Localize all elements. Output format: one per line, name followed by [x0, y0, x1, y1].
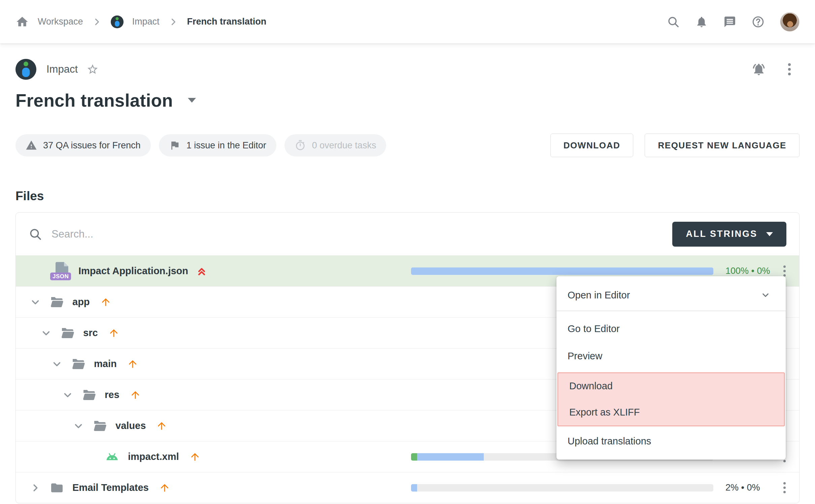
- chevron-down-icon[interactable]: [62, 389, 74, 401]
- chevron-right-icon[interactable]: [29, 482, 41, 494]
- breadcrumb-current-page: French translation: [187, 16, 267, 27]
- folder-name: Email Templates: [72, 482, 149, 493]
- user-avatar[interactable]: [780, 12, 800, 32]
- all-strings-filter-button[interactable]: ALL STRINGS: [672, 222, 786, 247]
- row-kebab-menu-icon[interactable]: [783, 265, 786, 277]
- folder-open-icon: [82, 389, 96, 401]
- upload-arrow-icon: [127, 358, 138, 370]
- folder-open-icon: [50, 296, 64, 308]
- ringing-bell-icon[interactable]: [752, 62, 766, 76]
- search-icon[interactable]: [667, 15, 680, 28]
- translated-segment: [417, 453, 484, 461]
- folder-name: values: [115, 420, 146, 431]
- menu-item-preview[interactable]: Preview: [556, 343, 786, 370]
- menu-item-upload-translations[interactable]: Upload translations: [556, 428, 786, 455]
- upload-arrow-icon: [156, 420, 167, 432]
- android-icon: [105, 453, 119, 461]
- folder-name: main: [94, 358, 117, 369]
- chat-icon[interactable]: [723, 15, 736, 28]
- qa-issues-chip-label: 37 QA issues for French: [43, 140, 141, 151]
- file-name: Impact Application.json: [78, 265, 188, 277]
- progress-label: 2% • 0%: [713, 482, 775, 493]
- progress-bar: [411, 484, 713, 492]
- folder-name: res: [105, 389, 120, 400]
- download-button[interactable]: DOWNLOAD: [550, 134, 634, 157]
- row-kebab-menu-icon[interactable]: [783, 482, 786, 493]
- menu-highlighted-group: Download Export as XLIFF: [557, 372, 785, 426]
- project-name[interactable]: Impact: [46, 63, 78, 75]
- breadcrumb-project[interactable]: Impact: [132, 16, 160, 27]
- chevron-down-icon: [760, 290, 771, 300]
- priority-high-icon: [196, 265, 207, 277]
- chevron-down-icon[interactable]: [51, 358, 63, 370]
- bell-icon[interactable]: [695, 15, 708, 28]
- translated-segment: [411, 484, 417, 492]
- folder-open-icon: [61, 327, 74, 339]
- menu-item-go-to-editor[interactable]: Go to Editor: [556, 315, 786, 343]
- folder-name: app: [72, 296, 90, 308]
- all-strings-label: ALL STRINGS: [686, 229, 757, 239]
- home-icon[interactable]: [15, 15, 29, 29]
- star-icon[interactable]: [87, 63, 99, 75]
- project-header: Impact: [15, 59, 800, 80]
- files-search-row: ALL STRINGS: [16, 213, 799, 255]
- folder-name: src: [83, 327, 98, 338]
- overdue-tasks-chip[interactable]: 0 overdue tasks: [284, 134, 386, 156]
- folder-row-email-templates[interactable]: Email Templates 2% • 0%: [16, 472, 799, 503]
- project-logo-icon: [111, 15, 124, 28]
- page-title: French translation: [15, 90, 173, 111]
- menu-item-open-in-editor[interactable]: Open in Editor: [556, 280, 786, 311]
- menu-item-download[interactable]: Download: [558, 373, 784, 399]
- folder-open-icon: [93, 420, 107, 432]
- help-icon[interactable]: [752, 15, 765, 28]
- search-input[interactable]: [52, 228, 672, 240]
- upload-arrow-icon: [108, 327, 120, 339]
- top-navigation-bar: Workspace Impact French translation: [0, 0, 815, 43]
- project-logo: [15, 59, 36, 80]
- files-heading: Files: [15, 189, 800, 204]
- breadcrumb-workspace[interactable]: Workspace: [38, 16, 83, 27]
- json-file-icon: JSON: [50, 261, 70, 281]
- chevron-down-icon[interactable]: [40, 327, 52, 339]
- upload-arrow-icon: [159, 482, 170, 494]
- menu-item-export-as-xliff[interactable]: Export as XLIFF: [558, 399, 784, 426]
- menu-item-label: Open in Editor: [568, 290, 630, 301]
- upload-arrow-icon: [189, 451, 201, 463]
- overdue-tasks-chip-label: 0 overdue tasks: [312, 140, 376, 151]
- chevron-right-icon: [92, 17, 102, 27]
- file-context-menu: Open in Editor Go to Editor Preview Down…: [556, 276, 786, 460]
- menu-divider: [556, 311, 786, 311]
- translated-segment: [411, 267, 713, 275]
- folder-open-icon: [72, 358, 85, 370]
- chevron-right-icon: [168, 17, 178, 27]
- breadcrumb: Workspace Impact French translation: [15, 15, 266, 29]
- progress-label: 100% • 0%: [713, 266, 775, 276]
- editor-issues-chip[interactable]: 1 issue in the Editor: [159, 134, 276, 156]
- folder-closed-icon: [50, 482, 64, 494]
- progress-bar: [411, 267, 713, 275]
- approved-segment: [411, 453, 417, 461]
- file-name: impact.xml: [128, 451, 179, 462]
- project-kebab-menu-icon[interactable]: [788, 63, 791, 75]
- title-dropdown-caret-icon[interactable]: [188, 98, 196, 103]
- chevron-down-icon[interactable]: [29, 296, 41, 308]
- editor-issues-chip-label: 1 issue in the Editor: [186, 140, 266, 151]
- search-icon: [29, 227, 42, 241]
- chevron-down-icon[interactable]: [72, 420, 84, 432]
- stopwatch-icon: [295, 140, 306, 151]
- json-badge: JSON: [50, 273, 71, 280]
- upload-arrow-icon: [100, 296, 111, 308]
- warning-icon: [26, 140, 37, 151]
- flag-icon: [169, 140, 180, 151]
- qa-issues-chip[interactable]: 37 QA issues for French: [15, 134, 151, 156]
- request-new-language-button[interactable]: REQUEST NEW LANGUAGE: [645, 134, 800, 157]
- upload-arrow-icon: [130, 389, 141, 401]
- chevron-down-icon: [766, 232, 773, 236]
